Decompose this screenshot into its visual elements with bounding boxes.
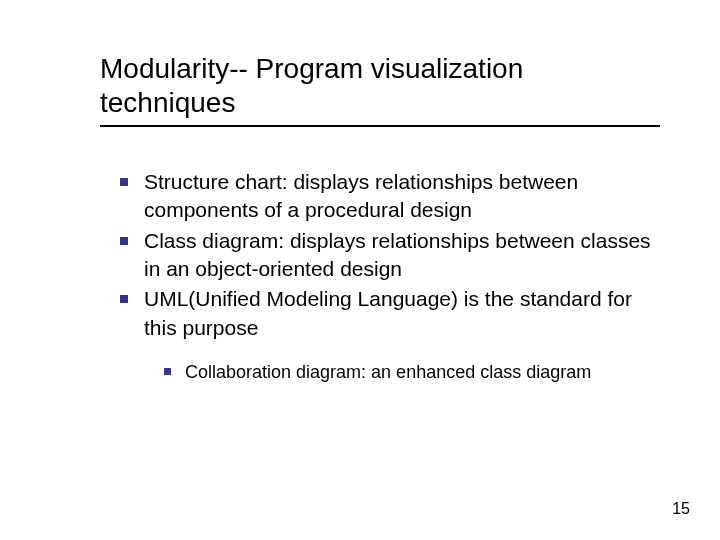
bullet-icon [120, 178, 128, 186]
bullet-text: Structure chart: displays relationships … [144, 168, 660, 225]
bullet-icon [120, 237, 128, 245]
bullet-text: UML(Unified Modeling Language) is the st… [144, 285, 660, 342]
slide-title: Modularity-- Program visualization techn… [100, 52, 660, 127]
bullet-item: Class diagram: displays relationships be… [120, 227, 660, 284]
sub-bullet-list: Collaboration diagram: an enhanced class… [164, 360, 660, 384]
bullet-text: Class diagram: displays relationships be… [144, 227, 660, 284]
bullet-item: Structure chart: displays relationships … [120, 168, 660, 225]
bullet-item: UML(Unified Modeling Language) is the st… [120, 285, 660, 342]
bullet-icon [120, 295, 128, 303]
slide-body: Structure chart: displays relationships … [120, 168, 660, 384]
sub-bullet-text: Collaboration diagram: an enhanced class… [185, 360, 660, 384]
sub-bullet-item: Collaboration diagram: an enhanced class… [164, 360, 660, 384]
bullet-icon [164, 368, 171, 375]
page-number: 15 [672, 500, 690, 518]
slide: Modularity-- Program visualization techn… [0, 0, 720, 540]
